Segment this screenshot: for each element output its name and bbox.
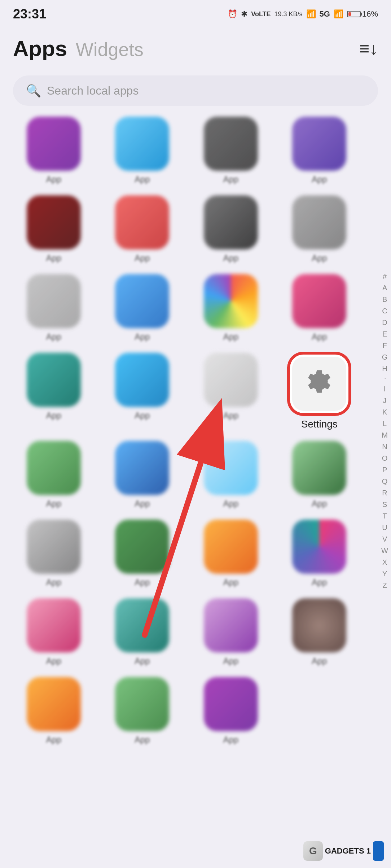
app-grid-container: App App App App App App [0,117,391,745]
app-icon [292,441,346,495]
list-item[interactable]: App [102,117,183,185]
app-label: App [223,499,238,509]
list-item[interactable]: App [102,353,183,430]
list-item[interactable]: App [279,274,360,342]
list-item[interactable]: App [190,598,272,666]
settings-icon-wrapper [288,353,350,415]
volte-icon: VoLTE [251,10,271,18]
app-label: App [46,499,61,509]
search-placeholder: Search local apps [47,84,139,97]
list-item[interactable]: App [279,520,360,587]
app-icon [292,195,346,249]
battery-bar [347,11,361,17]
alpha-j[interactable]: J [381,395,388,405]
alphabet-index[interactable]: # A B C D E F G H ·· I J K L M N O P Q R… [378,117,391,745]
alpha-v[interactable]: V [381,534,388,544]
list-item[interactable]: App [13,598,95,666]
list-item[interactable]: App [190,677,272,745]
list-item[interactable]: App [102,195,183,263]
list-item[interactable]: App [102,520,183,587]
alpha-dots: ·· [381,375,388,382]
app-label: App [135,174,150,185]
gear-svg-icon [303,368,335,400]
alpha-q[interactable]: Q [381,476,388,486]
alpha-a[interactable]: A [381,283,388,293]
list-item[interactable]: App [279,598,360,666]
app-icon [115,598,169,652]
app-label: App [312,656,327,666]
alpha-hash[interactable]: # [381,271,388,281]
alpha-d[interactable]: D [381,317,388,327]
search-icon: 🔍 [26,83,41,98]
alpha-z[interactable]: Z [381,580,388,590]
alpha-b[interactable]: B [381,294,388,304]
app-icon [27,677,81,731]
alpha-e[interactable]: E [381,329,388,339]
status-time: 23:31 [13,6,46,22]
list-item[interactable]: App [13,274,95,342]
list-item[interactable]: App [13,677,95,745]
alpha-y[interactable]: Y [381,569,388,579]
app-icon [115,117,169,171]
list-item[interactable]: App [190,195,272,263]
signal2-icon: 📶 [334,9,343,19]
list-item[interactable]: App [102,677,183,745]
tab-apps[interactable]: Apps [13,36,67,61]
alpha-s[interactable]: S [381,499,388,509]
app-icon [204,441,258,495]
list-item[interactable]: App [279,195,360,263]
list-item[interactable]: App [13,441,95,509]
app-icon [115,353,169,407]
alpha-t[interactable]: T [381,511,388,521]
list-item[interactable]: App [190,353,272,430]
alpha-k[interactable]: K [381,407,388,417]
list-item[interactable]: App [190,520,272,587]
app-label: App [223,577,238,587]
battery-percent: 16% [362,9,378,19]
alpha-r[interactable]: R [381,488,388,498]
list-item[interactable]: App [13,353,95,430]
settings-app-item[interactable]: Settings [279,353,360,430]
alpha-n[interactable]: N [381,442,388,452]
header-tabs: Apps Widgets [13,36,144,61]
app-grid: App App App App App App [13,117,378,745]
list-item[interactable]: App [102,274,183,342]
alpha-u[interactable]: U [381,522,388,533]
list-item[interactable]: App [102,598,183,666]
list-item[interactable]: App [13,117,95,185]
app-label: App [312,499,327,509]
alpha-w[interactable]: W [381,546,388,556]
alpha-l[interactable]: L [381,418,388,429]
list-item[interactable]: App [102,441,183,509]
alpha-x[interactable]: X [381,557,388,567]
app-label: App [135,735,150,745]
sort-button[interactable]: ≡↓ [359,39,378,58]
signal-icon: 📶 [306,9,316,19]
list-item[interactable]: App [13,520,95,587]
alpha-m[interactable]: M [381,430,388,440]
alpha-f[interactable]: F [381,340,388,351]
app-icon [115,441,169,495]
list-item[interactable]: App [190,117,272,185]
list-item[interactable]: App [279,441,360,509]
settings-icon [292,357,346,411]
alpha-p[interactable]: P [381,465,388,475]
app-icon [292,274,346,328]
tab-widgets[interactable]: Widgets [76,39,144,60]
alpha-g[interactable]: G [381,352,388,362]
app-icon [115,274,169,328]
app-label: App [223,174,238,185]
watermark: G GADGETS 1 [303,841,384,861]
search-bar[interactable]: 🔍 Search local apps [13,75,378,106]
alpha-h[interactable]: H [381,364,388,374]
alpha-i[interactable]: I [381,384,388,394]
app-label: App [46,577,61,587]
list-item[interactable]: App [190,441,272,509]
list-item[interactable]: App [190,274,272,342]
alpha-c[interactable]: C [381,306,388,316]
list-item[interactable]: App [13,195,95,263]
app-icon [27,117,81,171]
list-item[interactable]: App [279,117,360,185]
alpha-o[interactable]: O [381,453,388,463]
status-bar: 23:31 ⏰ ✱ VoLTE 19.3 KB/s 📶 5G 📶 16% [0,0,391,25]
